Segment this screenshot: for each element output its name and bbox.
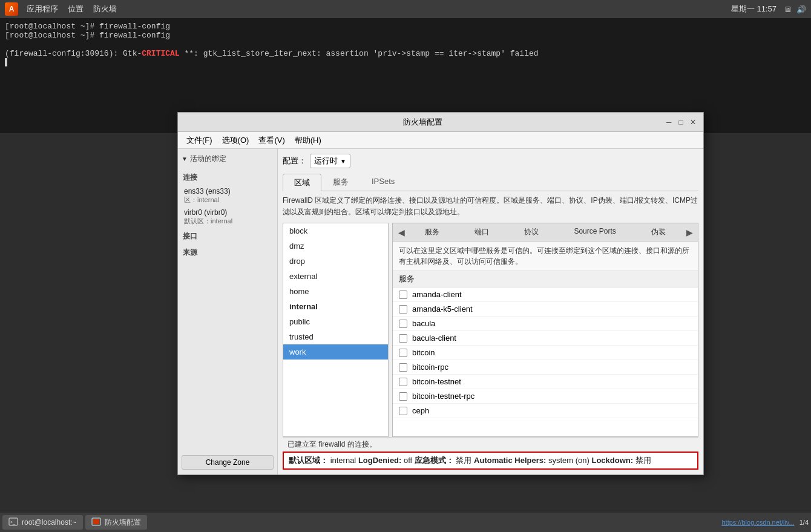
minimize-button[interactable]: ─ <box>663 117 674 128</box>
svc-checkbox-bitcoin-testnet-rpc[interactable] <box>399 392 407 401</box>
svc-bitcoin-testnet-rpc[interactable]: bitcoin-testnet-rpc <box>393 389 698 404</box>
terminal-taskbar-icon: >_ <box>8 517 18 527</box>
zone-internal[interactable]: internal <box>283 299 388 314</box>
svc-checkbox-bacula-client[interactable] <box>399 334 407 343</box>
svc-label-bitcoin: bitcoin <box>412 348 435 357</box>
virbr0-zone: 默认区：internal <box>184 217 271 226</box>
zone-work[interactable]: work <box>283 344 388 360</box>
connection-ens33[interactable]: ens33 (ens33) 区：internal <box>182 185 274 206</box>
service-table-header: 服务 <box>393 271 698 287</box>
service-nav: ◀ 服务 端口 协议 Source Ports 伪装 ▶ <box>393 223 698 241</box>
dialog-titlebar: 防火墙配置 ─ □ ✕ <box>178 113 703 132</box>
prev-nav-arrow[interactable]: ◀ <box>395 226 407 238</box>
active-binding-header[interactable]: ▼ 活动的绑定 <box>182 154 274 164</box>
menu-firewall[interactable]: 防火墙 <box>90 2 120 16</box>
tab-zones[interactable]: 区域 <box>283 174 321 191</box>
svc-bitcoin[interactable]: bitcoin <box>393 346 698 360</box>
svc-amanda-k5-client[interactable]: amanda-k5-client <box>393 302 698 317</box>
svc-bacula[interactable]: bacula <box>393 317 698 331</box>
zone-public[interactable]: public <box>283 314 388 329</box>
svc-amanda-client[interactable]: amanda-client <box>393 287 698 302</box>
content-split: block dmz drop external home internal pu… <box>283 223 698 437</box>
bottom-right-link[interactable]: https://blog.csdn.net/liv... <box>721 519 794 526</box>
nav-tab-ports[interactable]: 端口 <box>470 225 494 239</box>
zone-home[interactable]: home <box>283 284 388 299</box>
svc-bitcoin-testnet[interactable]: bitcoin-testnet <box>393 375 698 389</box>
critical-label: CRITICAL <box>142 49 179 58</box>
svc-label-amanda-client: amanda-client <box>412 290 462 299</box>
top-taskbar: A 应用程序 位置 防火墙 星期一 11:57 🖥 🔊 <box>0 0 811 18</box>
error-prefix: (firewall-config:30916): Gtk- <box>5 49 142 58</box>
dialog-bottom-status-bar: 默认区域： internal LogDenied: off 应急模式： 禁用 A… <box>283 452 698 470</box>
zone-list: block dmz drop external home internal pu… <box>283 223 389 437</box>
zone-block[interactable]: block <box>283 223 388 238</box>
terminal-taskbar-btn[interactable]: >_ root@localhost:~ <box>2 515 83 530</box>
menu-apps[interactable]: 应用程序 <box>23 2 62 16</box>
menu-file[interactable]: 文件(F) <box>182 134 217 147</box>
zone-info-text: FirewallD 区域定义了绑定的网络连接、接口以及源地址的可信程度。区域是服… <box>283 195 698 218</box>
zone-external[interactable]: external <box>283 269 388 284</box>
top-menus[interactable]: 应用程序 位置 防火墙 <box>23 2 120 16</box>
menu-view[interactable]: 查看(V) <box>254 134 289 147</box>
bottom-taskbar: >_ root@localhost:~ 防火墙配置 https://blog.c… <box>0 513 811 532</box>
service-nav-tabs: 服务 端口 协议 Source Ports 伪装 <box>407 225 683 239</box>
nav-tab-masquerade[interactable]: 伪装 <box>646 225 671 239</box>
nav-tab-protocol[interactable]: 协议 <box>519 225 543 239</box>
next-nav-arrow[interactable]: ▶ <box>683 226 695 238</box>
svc-label-bacula: bacula <box>412 319 435 328</box>
dialog-connection-status: 已建立至 firewalld 的连接。 <box>283 437 698 452</box>
nav-tab-services[interactable]: 服务 <box>420 225 444 239</box>
nav-tab-sourceports[interactable]: Source Ports <box>569 225 620 239</box>
svc-checkbox-amanda-k5-client[interactable] <box>399 305 407 314</box>
default-zone-label: 默认区域： <box>289 456 328 465</box>
zone-dmz[interactable]: dmz <box>283 238 388 254</box>
terminal-line-1: [root@localhost ~]# firewall-config <box>5 22 806 31</box>
ens33-name: ens33 (ens33) <box>184 187 271 195</box>
source-section-header: 来源 <box>182 248 274 258</box>
svc-checkbox-amanda-client[interactable] <box>399 291 407 299</box>
log-denied-label2: LogDenied: <box>358 456 402 465</box>
zone-drop[interactable]: drop <box>283 254 388 269</box>
maximize-button[interactable]: □ <box>675 117 686 128</box>
menu-options[interactable]: 选项(O) <box>217 134 254 147</box>
lockdown-label2: Lockdown: <box>591 456 633 465</box>
connection-virbr0[interactable]: virbr0 (virbr0) 默认区：internal <box>182 206 274 228</box>
terminal-line-2: [root@localhost ~]# firewall-config <box>5 31 806 40</box>
config-dropdown[interactable]: 运行时 ▼ <box>310 154 350 168</box>
menu-position[interactable]: 位置 <box>64 2 87 16</box>
svc-label-bitcoin-testnet-rpc: bitcoin-testnet-rpc <box>412 392 474 401</box>
svc-label-bacula-client: bacula-client <box>412 333 456 343</box>
auto-helpers-label2: Automatic Helpers: <box>474 456 546 465</box>
menu-help[interactable]: 帮助(H) <box>290 134 326 147</box>
svg-text:>_: >_ <box>10 520 15 525</box>
close-button[interactable]: ✕ <box>688 117 698 128</box>
svc-ceph[interactable]: ceph <box>393 404 698 418</box>
svc-bacula-client[interactable]: bacula-client <box>393 331 698 346</box>
tab-services[interactable]: 服务 <box>321 173 360 191</box>
app-icon: A <box>5 2 18 16</box>
network-icon: 🖥 <box>784 5 792 14</box>
firewall-dialog: 防火墙配置 ─ □ ✕ 文件(F) 选项(O) 查看(V) 帮助(H) ▼ 活动… <box>177 112 704 475</box>
tab-ipsets[interactable]: IPSets <box>360 173 406 191</box>
change-zone-button[interactable]: Change Zone <box>182 455 274 470</box>
ens33-zone: 区：internal <box>184 195 271 205</box>
firewall-taskbar-btn[interactable]: 防火墙配置 <box>85 515 147 530</box>
firewall-taskbar-label: 防火墙配置 <box>105 517 141 528</box>
svc-checkbox-bitcoin[interactable] <box>399 349 407 357</box>
chevron-icon: ▼ <box>182 156 188 162</box>
svc-checkbox-ceph[interactable] <box>399 407 407 415</box>
svc-checkbox-bitcoin-rpc[interactable] <box>399 363 407 372</box>
error-suffix: **: gtk_list_store_iter_next: assertion … <box>180 49 539 58</box>
log-denied-value: off <box>404 456 412 465</box>
svc-checkbox-bitcoin-testnet[interactable] <box>399 378 407 386</box>
virbr0-name: virbr0 (virbr0) <box>184 208 271 217</box>
svc-checkbox-bacula[interactable] <box>399 320 407 328</box>
lockdown-value: 禁用 <box>635 456 651 465</box>
svc-bitcoin-rpc[interactable]: bitcoin-rpc <box>393 360 698 375</box>
terminal-taskbar-label: root@localhost:~ <box>22 518 77 527</box>
service-list: amanda-client amanda-k5-client bacula <box>393 287 698 436</box>
dialog-title: 防火墙配置 <box>183 117 662 128</box>
emergency-value: 禁用 <box>456 456 471 465</box>
zone-trusted[interactable]: trusted <box>283 329 388 344</box>
dropdown-arrow-icon: ▼ <box>340 158 346 165</box>
